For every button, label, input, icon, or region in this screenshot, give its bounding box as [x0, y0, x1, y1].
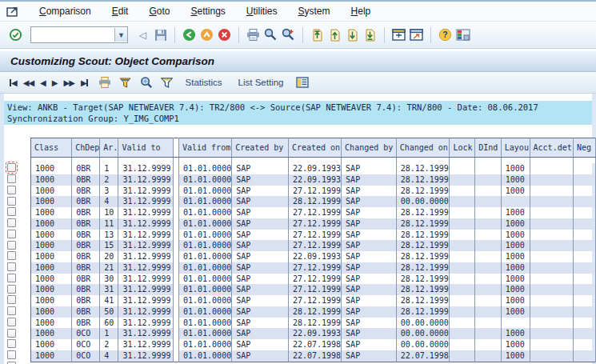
- cell-class[interactable]: 1000: [31, 339, 72, 350]
- cell-valid-from[interactable]: 01.01.0000: [178, 218, 231, 230]
- cell-dind[interactable]: [475, 306, 502, 318]
- cell-valid-from[interactable]: 01.01.0000: [178, 230, 231, 241]
- cell-chdep[interactable]: 0BR: [72, 306, 100, 318]
- cell-valid-from[interactable]: 01.01.0000: [178, 295, 231, 306]
- cell-layou[interactable]: 1000: [501, 274, 530, 285]
- next-page-icon[interactable]: [345, 27, 360, 42]
- cell-created-by[interactable]: SAP: [232, 218, 289, 230]
- cell-changed-by[interactable]: SAP: [342, 186, 397, 197]
- cell-layou[interactable]: 1000: [501, 240, 530, 251]
- cell-chdep[interactable]: 0BR: [72, 186, 100, 197]
- row-checkbox[interactable]: [7, 251, 16, 260]
- cell-changed-on[interactable]: 28.12.1999: [396, 274, 450, 285]
- cell-lock[interactable]: [450, 350, 475, 362]
- cell-valid-from[interactable]: 01.01.0000: [178, 328, 231, 339]
- column-header-lock[interactable]: Lock: [450, 138, 475, 158]
- cell-valid-from[interactable]: 01.01.0000: [178, 274, 231, 285]
- cell-chdep[interactable]: 0BR: [72, 196, 100, 207]
- cell-ar[interactable]: 30: [100, 274, 118, 285]
- cell-class[interactable]: 1000: [31, 274, 72, 285]
- cell-acct-det[interactable]: [530, 240, 573, 251]
- cell-dind[interactable]: [475, 207, 502, 218]
- cell-lock[interactable]: [450, 251, 475, 262]
- cell-dind[interactable]: [475, 318, 502, 329]
- cell-class[interactable]: 1000: [31, 350, 72, 362]
- column-header-neg[interactable]: Neg: [574, 138, 596, 158]
- cell-valid-to[interactable]: 31.12.9999: [118, 328, 174, 339]
- cell-ar[interactable]: 50: [100, 306, 118, 318]
- cell-acct-det[interactable]: [530, 163, 573, 174]
- table-row[interactable]: 10000CO231.12.999901.01.0000SAP22.07.199…: [31, 339, 596, 350]
- cell-lock[interactable]: [450, 284, 475, 295]
- cell-class[interactable]: 1000: [31, 295, 72, 306]
- cell-ar[interactable]: 11: [100, 218, 118, 230]
- help-icon[interactable]: ?: [438, 27, 453, 42]
- cell-changed-by[interactable]: SAP: [342, 262, 397, 274]
- table-row[interactable]: 10000BR231.12.999901.01.0000SAP22.09.199…: [31, 174, 596, 186]
- cell-created-on[interactable]: 22.09.1993: [288, 163, 341, 174]
- cell-created-on[interactable]: 27.12.1999: [288, 262, 341, 274]
- cell-valid-to[interactable]: 31.12.9999: [118, 196, 174, 207]
- cell-valid-from[interactable]: 01.01.0000: [178, 163, 231, 174]
- cell-ar[interactable]: 2: [100, 174, 118, 186]
- table-row[interactable]: 10000BR2031.12.999901.01.0000SAP22.09.19…: [31, 251, 596, 262]
- row-checkbox[interactable]: [7, 318, 16, 326]
- table-row[interactable]: 10000BR1131.12.999901.01.0000SAP27.12.19…: [31, 218, 596, 230]
- cell-acct-det[interactable]: [530, 196, 573, 207]
- cell-created-on[interactable]: 27.12.1999: [288, 186, 341, 197]
- cell-neg[interactable]: [574, 350, 596, 362]
- cell-layou[interactable]: 1000: [501, 251, 530, 262]
- cell-created-by[interactable]: SAP: [232, 295, 289, 306]
- menu-utilities[interactable]: Utilities: [236, 4, 288, 18]
- cell-dind[interactable]: [475, 196, 502, 207]
- cell-changed-by[interactable]: SAP: [342, 350, 397, 362]
- cell-valid-to[interactable]: 31.12.9999: [118, 306, 174, 318]
- cell-created-by[interactable]: SAP: [232, 274, 289, 285]
- cell-dind[interactable]: [475, 328, 502, 339]
- table-row[interactable]: 10000CO431.12.999901.01.0000SAP22.07.199…: [31, 350, 596, 362]
- system-menu-icon[interactable]: [5, 5, 21, 18]
- column-header-changed-by[interactable]: Changed by: [342, 138, 397, 158]
- cell-dind[interactable]: [475, 350, 502, 362]
- cell-created-by[interactable]: SAP: [232, 174, 289, 186]
- exit-icon[interactable]: [199, 27, 214, 42]
- cell-changed-on[interactable]: 28.12.1999: [396, 207, 450, 218]
- cell-valid-to[interactable]: 31.12.9999: [118, 251, 174, 262]
- cell-changed-on[interactable]: 00.00.0000: [396, 196, 450, 207]
- cell-chdep[interactable]: 0BR: [72, 251, 100, 262]
- first-page-icon[interactable]: [310, 27, 325, 42]
- cell-layou[interactable]: 1000: [501, 218, 530, 230]
- cell-changed-by[interactable]: SAP: [342, 174, 397, 186]
- last-page-icon[interactable]: [362, 27, 378, 42]
- cell-dind[interactable]: [475, 174, 502, 186]
- next-record-icon[interactable]: ▶: [52, 76, 58, 89]
- command-input[interactable]: [31, 28, 114, 42]
- cell-lock[interactable]: [450, 174, 475, 186]
- print-icon[interactable]: [246, 27, 261, 42]
- cell-changed-on[interactable]: 28.12.1999: [396, 295, 450, 306]
- cell-acct-det[interactable]: [530, 186, 573, 197]
- cell-layou[interactable]: 1000: [501, 328, 530, 339]
- table-row[interactable]: 10000BR5031.12.999901.01.0000SAP28.12.19…: [31, 306, 596, 318]
- row-checkbox[interactable]: [7, 218, 16, 227]
- cell-layou[interactable]: [501, 196, 530, 207]
- table-row[interactable]: 10000BR6031.12.999901.01.0000SAP28.12.19…: [31, 318, 596, 329]
- cell-dind[interactable]: [475, 274, 502, 285]
- cell-lock[interactable]: [450, 262, 475, 274]
- cell-ar[interactable]: 2: [100, 339, 118, 350]
- detail-icon[interactable]: [295, 75, 310, 90]
- column-header-changed-on[interactable]: Changed on: [396, 138, 450, 158]
- cell-lock[interactable]: [450, 230, 475, 241]
- cell-lock[interactable]: [450, 240, 475, 251]
- menu-goto[interactable]: Goto: [138, 4, 180, 18]
- cell-created-on[interactable]: 27.12.1999: [288, 218, 341, 230]
- menu-comparison[interactable]: Comparison: [29, 4, 102, 18]
- find-icon[interactable]: [263, 27, 278, 42]
- table-row[interactable]: 10000BR3131.12.999901.01.0000SAP27.12.19…: [31, 284, 596, 295]
- cell-dind[interactable]: [475, 339, 502, 350]
- cell-valid-to[interactable]: 31.12.9999: [118, 339, 174, 350]
- cell-valid-to[interactable]: 31.12.9999: [118, 318, 174, 329]
- cell-created-on[interactable]: 27.12.1999: [288, 274, 341, 285]
- cell-ar[interactable]: 3: [100, 186, 118, 197]
- cell-neg[interactable]: [574, 328, 596, 339]
